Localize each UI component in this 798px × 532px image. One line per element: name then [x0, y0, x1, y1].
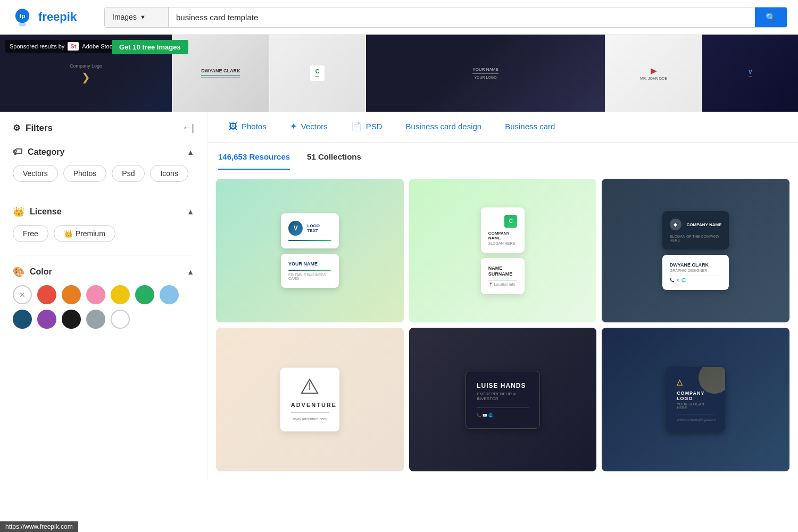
sponsored-banner: Sponsored results by St Adobe Stock Get … — [0, 35, 798, 112]
category-chevron-icon: ▲ — [187, 148, 194, 156]
category-title: Category — [28, 147, 64, 157]
sidebar-header: ⚙ Filters ←| — [13, 122, 194, 134]
search-input[interactable] — [169, 7, 755, 27]
category-tags: Vectors Photos Psd Icons — [13, 165, 194, 182]
svg-point-2 — [19, 22, 27, 26]
header: fp freepik Images ▼ 🔍 — [0, 0, 798, 35]
color-icon: 🎨 — [13, 266, 24, 278]
color-title: Color — [30, 267, 52, 277]
main-content: 🖼 Photos ✦ Vectors 📄 PSD Business card d… — [207, 112, 798, 480]
collections-count-tab[interactable]: 51 Collections — [307, 152, 361, 170]
color-black-button[interactable] — [62, 310, 81, 329]
psd-tab-icon: 📄 — [351, 121, 362, 131]
free-images-button[interactable]: Get 10 free Images — [112, 40, 188, 54]
grid-item-2[interactable]: C COMPANY NAME SLOGAN HERE NAME SURNAME … — [409, 179, 597, 322]
category-tag-photos[interactable]: Photos — [63, 165, 107, 182]
stats-row: 146,653 Resources 51 Collections — [207, 143, 798, 170]
search-button[interactable]: 🔍 — [755, 7, 787, 27]
search-type-dropdown[interactable]: Images ▼ — [105, 7, 169, 27]
tab-vectors[interactable]: ✦ Vectors — [279, 112, 338, 142]
color-grid: ✕ — [13, 285, 194, 329]
category-icon: 🏷 — [13, 146, 22, 157]
license-title: License — [30, 207, 62, 217]
category-tag-icons[interactable]: Icons — [150, 165, 188, 182]
license-section-header[interactable]: 👑 License ▲ — [13, 206, 194, 218]
chevron-down-icon: ▼ — [140, 14, 146, 20]
grid-item-5[interactable]: LUISE HANDS ENTREPRENEUR & INVESTOR 📞 📧 … — [409, 328, 597, 471]
image-grid: V LOGO TEXT YOUR NAME EDITABLE BUSINESS … — [207, 170, 798, 480]
resources-count-tab[interactable]: 146,653 Resources — [218, 152, 290, 170]
color-pink-button[interactable] — [86, 285, 105, 304]
category-tag-vectors[interactable]: Vectors — [13, 165, 58, 182]
sponsored-label: Sponsored results by St Adobe Stock — [5, 40, 120, 53]
banner-image-6[interactable]: V — [702, 35, 798, 112]
search-container: Images ▼ 🔍 — [104, 7, 787, 28]
color-white-button[interactable] — [111, 310, 130, 329]
license-tags: Free 👑 Premium — [13, 225, 194, 242]
photos-tab-icon: 🖼 — [229, 122, 237, 131]
color-green-button[interactable] — [135, 285, 154, 304]
grid-item-1[interactable]: V LOGO TEXT YOUR NAME EDITABLE BUSINESS … — [216, 179, 404, 322]
search-type-label: Images — [112, 13, 137, 21]
license-chevron-icon: ▲ — [187, 207, 194, 216]
color-section-header[interactable]: 🎨 Color ▲ — [13, 266, 194, 278]
logo[interactable]: fp freepik — [11, 5, 96, 29]
main-layout: ⚙ Filters ←| 🏷 Category ▲ Vectors Photos… — [0, 112, 798, 480]
color-clear-button[interactable]: ✕ — [13, 285, 32, 304]
color-chevron-icon: ▲ — [187, 268, 194, 276]
color-section: 🎨 Color ▲ ✕ — [13, 266, 194, 329]
tabs-row: 🖼 Photos ✦ Vectors 📄 PSD Business card d… — [207, 112, 798, 143]
banner-image-5[interactable]: ▶ MR. JOHN DOE — [606, 35, 702, 112]
divider-1 — [13, 195, 194, 195]
logo-text: freepik — [38, 10, 77, 24]
collapse-sidebar-button[interactable]: ←| — [182, 122, 194, 134]
adobe-badge: St — [68, 42, 79, 51]
banner-image-3[interactable]: C — [270, 35, 365, 112]
color-lightblue-button[interactable] — [160, 285, 179, 304]
filter-icon: ⚙ — [13, 123, 20, 133]
svg-text:fp: fp — [19, 12, 25, 19]
color-yellow-button[interactable] — [111, 285, 130, 304]
license-section: 👑 License ▲ Free 👑 Premium — [13, 206, 194, 242]
color-gray-button[interactable] — [86, 310, 105, 329]
grid-item-4[interactable]: ADVENTURE www.adventure.com — [216, 328, 404, 471]
divider-2 — [13, 255, 194, 255]
color-red-button[interactable] — [37, 285, 56, 304]
crown-icon: 👑 — [64, 229, 73, 238]
grid-item-3[interactable]: ◆ COMPANY NAME SLOGAN OF THE COMPANY HER… — [602, 179, 789, 322]
color-purple-button[interactable] — [37, 310, 56, 329]
filters-title: ⚙ Filters — [13, 123, 53, 134]
color-orange-button[interactable] — [62, 285, 81, 304]
tab-business-card-design[interactable]: Business card design — [395, 112, 493, 142]
category-section-header[interactable]: 🏷 Category ▲ — [13, 146, 194, 157]
sidebar: ⚙ Filters ←| 🏷 Category ▲ Vectors Photos… — [0, 112, 207, 480]
tab-business-card[interactable]: Business card — [494, 112, 566, 142]
tab-psd[interactable]: 📄 PSD — [340, 112, 393, 142]
category-tag-psd[interactable]: Psd — [112, 165, 145, 182]
tab-photos[interactable]: 🖼 Photos — [218, 112, 277, 142]
vectors-tab-icon: ✦ — [290, 121, 297, 131]
color-darkblue-button[interactable] — [13, 310, 32, 329]
category-section: 🏷 Category ▲ Vectors Photos Psd Icons — [13, 146, 194, 182]
license-tag-free[interactable]: Free — [13, 225, 48, 242]
license-tag-premium[interactable]: 👑 Premium — [54, 225, 115, 242]
license-icon: 👑 — [13, 206, 24, 218]
grid-item-6[interactable]: △ COMPANY LOGO YOUR SLOGAN HERE www.comp… — [602, 328, 789, 471]
banner-image-4[interactable]: YOUR NAME YOUR LOGO — [366, 35, 605, 112]
